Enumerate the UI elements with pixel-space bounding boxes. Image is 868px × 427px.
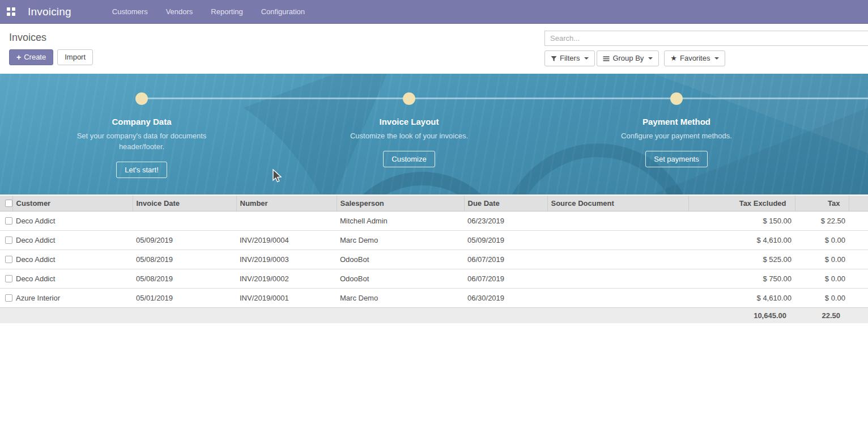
main-menu: Customers Vendors Reporting Configuratio… xyxy=(103,0,314,24)
cell-customer[interactable]: Deco Addict xyxy=(12,231,133,250)
cell-salesperson[interactable]: Mitchell Admin xyxy=(337,212,464,231)
onboarding-step-invoice-layout: Invoice Layout Customize the look of you… xyxy=(318,74,500,167)
step-dot-icon xyxy=(403,92,415,105)
step-title: Payment Method xyxy=(643,117,710,126)
search-zone: Filters Group By ★ Favorites xyxy=(544,31,868,66)
cell-due-date[interactable]: 06/30/2019 xyxy=(464,289,547,308)
group-by-label: Group By xyxy=(612,54,644,63)
top-navbar: Invoicing Customers Vendors Reporting Co… xyxy=(0,0,868,24)
row-checkbox[interactable] xyxy=(5,275,12,282)
table-header-row: Customer Invoice Date Number Salesperson… xyxy=(0,196,868,212)
cell-number[interactable]: INV/2019/0003 xyxy=(236,250,337,269)
cell-tax-excluded[interactable]: $ 4,610.00 xyxy=(688,231,795,250)
onboarding-step-company-data: Company Data Set your company's data for… xyxy=(51,74,232,178)
column-header-number[interactable]: Number xyxy=(236,196,337,212)
set-payments-button[interactable]: Set payments xyxy=(645,151,708,167)
cell-due-date[interactable]: 06/23/2019 xyxy=(464,212,547,231)
cell-customer[interactable]: Azure Interior xyxy=(12,289,133,308)
apps-menu-icon[interactable] xyxy=(7,7,15,16)
cell-invoice-date[interactable]: 05/01/2019 xyxy=(133,289,236,308)
group-by-list-icon xyxy=(603,56,610,62)
control-panel: Invoices + Create Import Filters xyxy=(0,24,868,74)
column-header-source-document[interactable]: Source Document xyxy=(547,196,688,212)
menu-vendors[interactable]: Vendors xyxy=(157,0,202,24)
cell-salesperson[interactable]: OdooBot xyxy=(337,269,464,289)
table-row[interactable]: Deco Addict 05/08/2019 INV/2019/0002 Odo… xyxy=(0,269,868,289)
filter-funnel-icon xyxy=(551,56,557,62)
cell-tax-excluded[interactable]: $ 4,610.00 xyxy=(688,289,795,308)
import-button[interactable]: Import xyxy=(57,49,93,65)
cell-tax-excluded[interactable]: $ 750.00 xyxy=(688,269,795,289)
lets-start-button[interactable]: Let's start! xyxy=(116,162,167,178)
cell-tax[interactable]: $ 0.00 xyxy=(795,269,849,289)
cell-source-document[interactable] xyxy=(547,250,688,269)
row-checkbox[interactable] xyxy=(5,217,12,225)
total-tax-excluded: 10,645.00 xyxy=(688,308,795,324)
column-header-due-date[interactable]: Due Date xyxy=(464,196,547,212)
column-header-tax-excluded[interactable]: Tax Excluded xyxy=(688,196,795,212)
total-tax: 22.50 xyxy=(795,308,849,324)
cell-number[interactable]: INV/2019/0001 xyxy=(236,289,337,308)
column-header-invoice-date[interactable]: Invoice Date xyxy=(133,196,236,212)
cell-tax[interactable]: $ 0.00 xyxy=(795,250,849,269)
cell-source-document[interactable] xyxy=(547,269,688,289)
row-checkbox[interactable] xyxy=(5,294,12,302)
table-row[interactable]: Deco Addict 05/08/2019 INV/2019/0003 Odo… xyxy=(0,250,868,269)
cell-tax[interactable]: $ 22.50 xyxy=(795,212,849,231)
column-header-tax[interactable]: Tax xyxy=(795,196,849,212)
filters-label: Filters xyxy=(560,54,580,63)
step-dot-icon xyxy=(670,92,683,105)
row-checkbox[interactable] xyxy=(5,236,12,244)
cell-due-date[interactable]: 05/09/2019 xyxy=(464,231,547,250)
cell-customer[interactable]: Deco Addict xyxy=(12,269,133,289)
group-by-dropdown-button[interactable]: Group By xyxy=(597,50,659,66)
cell-invoice-date[interactable]: 05/09/2019 xyxy=(133,231,236,250)
cell-tax-excluded[interactable]: $ 525.00 xyxy=(688,250,795,269)
cell-invoice-date[interactable]: 05/08/2019 xyxy=(133,250,236,269)
cell-salesperson[interactable]: OdooBot xyxy=(337,250,464,269)
cell-salesperson[interactable]: Marc Demo xyxy=(337,231,464,250)
create-button[interactable]: + Create xyxy=(9,49,53,65)
app-brand-title[interactable]: Invoicing xyxy=(28,6,71,18)
cell-number[interactable] xyxy=(236,212,337,231)
cell-invoice-date[interactable]: 05/08/2019 xyxy=(133,269,236,289)
table-row[interactable]: Deco Addict 05/09/2019 INV/2019/0004 Mar… xyxy=(0,231,868,250)
cell-tax-excluded[interactable]: $ 150.00 xyxy=(688,212,795,231)
cell-due-date[interactable]: 06/07/2019 xyxy=(464,250,547,269)
step-description: Configure your payment methods. xyxy=(603,130,750,141)
cell-customer[interactable]: Deco Addict xyxy=(12,212,133,231)
step-description: Customize the look of your invoices. xyxy=(344,130,474,141)
cell-invoice-date[interactable] xyxy=(133,212,236,231)
cell-tax[interactable]: $ 0.00 xyxy=(795,289,849,308)
filters-dropdown-button[interactable]: Filters xyxy=(544,50,595,66)
table-row[interactable]: Deco Addict Mitchell Admin 06/23/2019 $ … xyxy=(0,212,868,231)
plus-icon: + xyxy=(16,54,21,61)
row-checkbox[interactable] xyxy=(5,256,12,263)
step-description: Set your company's data for documents he… xyxy=(76,130,207,152)
cell-due-date[interactable]: 06/07/2019 xyxy=(464,269,547,289)
step-title: Company Data xyxy=(112,117,171,126)
menu-configuration[interactable]: Configuration xyxy=(252,0,314,24)
table-row[interactable]: Azure Interior 05/01/2019 INV/2019/0001 … xyxy=(0,289,868,308)
menu-reporting[interactable]: Reporting xyxy=(202,0,252,24)
cell-number[interactable]: INV/2019/0002 xyxy=(236,269,337,289)
cell-source-document[interactable] xyxy=(547,289,688,308)
chevron-down-icon xyxy=(714,57,719,60)
column-header-salesperson[interactable]: Salesperson xyxy=(337,196,464,212)
column-header-customer[interactable]: Customer xyxy=(12,196,133,212)
customize-button[interactable]: Customize xyxy=(383,151,435,167)
menu-customers[interactable]: Customers xyxy=(103,0,157,24)
select-all-checkbox[interactable] xyxy=(5,200,12,207)
cell-customer[interactable]: Deco Addict xyxy=(12,250,133,269)
column-header-spacer xyxy=(849,196,868,212)
cell-tax[interactable]: $ 0.00 xyxy=(795,231,849,250)
table-totals-row: 10,645.00 22.50 xyxy=(0,308,868,324)
cell-number[interactable]: INV/2019/0004 xyxy=(236,231,337,250)
onboarding-step-payment-method: Payment Method Configure your payment me… xyxy=(586,74,767,167)
cell-salesperson[interactable]: Marc Demo xyxy=(337,289,464,308)
search-input[interactable] xyxy=(544,31,868,46)
cell-source-document[interactable] xyxy=(547,231,688,250)
cell-source-document[interactable] xyxy=(547,212,688,231)
favorites-dropdown-button[interactable]: ★ Favorites xyxy=(664,50,725,66)
chevron-down-icon xyxy=(648,57,653,60)
